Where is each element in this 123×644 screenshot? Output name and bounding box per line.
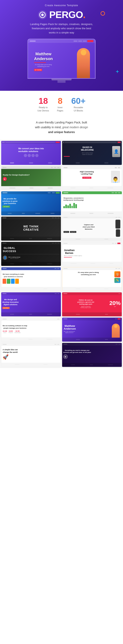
card-nav-15 [2, 318, 61, 320]
play-button[interactable]: ▶ [3, 177, 7, 181]
hero-text: MatthewAnderson [34, 52, 53, 61]
card-footer-14 [62, 312, 122, 316]
card-footer-1 [1, 161, 61, 165]
demo-card-2[interactable]: BASED INMELBOURNE We're making designbet… [62, 141, 122, 165]
card-body-8: Capture andshare your BestMemories App S… [62, 218, 122, 238]
stat-blocks-label: Reusable UI Blocks [71, 106, 86, 112]
card-14-percent: 20% [110, 300, 120, 306]
card-footer-7 [1, 237, 61, 241]
card-nav-12 [62, 267, 122, 270]
card-nav-8 [62, 217, 122, 218]
card-nav-3 [1, 166, 61, 169]
demo-card-13[interactable]: We design anddevelop innovativedigital s… [1, 292, 61, 316]
card-nav-5 [1, 191, 61, 194]
card-body-6: Responsive, convenient &multipurpose lan… [62, 194, 122, 212]
card-10-title: JonathanBarnes [64, 249, 74, 255]
card-footer-4 [62, 186, 122, 190]
header-description: Landing Pages Pack for startups, creativ… [30, 22, 94, 35]
card-body-11: We have everything to makeyour business … [2, 270, 61, 287]
stats-section: 18 Ready to Use Demos 8 Inner Pages 60+ … [0, 91, 123, 118]
card-nav-4 [62, 166, 122, 169]
card-body-7: WE THINKCREATIVE [1, 220, 61, 237]
phone-mockup-2 [116, 229, 120, 237]
stat-demos-label: Ready to Use Demos [38, 106, 49, 112]
card-footer-6 [62, 212, 122, 216]
card-nav-2 [62, 141, 122, 144]
header-tagline: Create Awesome Template [6, 4, 117, 7]
card-nav-13 [1, 292, 61, 295]
demo-card-10[interactable]: JonathanBarnes We're a freelance creativ… [62, 242, 122, 266]
card-11-title: We have everything to makeyour business … [2, 273, 24, 278]
brand-dot: . [83, 10, 85, 20]
card-7-title: WE THINKCREATIVE [23, 225, 39, 231]
logo-icon [38, 10, 47, 20]
card-2-title: BASED INMELBOURNE [64, 146, 111, 151]
phone-mockup [116, 220, 120, 229]
card-footer-5 [1, 212, 61, 216]
card-body-18: Everything you need to manage yourbusine… [62, 346, 122, 363]
card-nav-7 [1, 216, 61, 220]
demo-card-11[interactable]: We have everything to makeyour business … [1, 267, 61, 291]
card-body-16: MatthewAnderson We craft marketing &digi… [62, 320, 122, 338]
plus-decoration: + [116, 68, 119, 75]
card-1-title: We convert your ideas intoworkable solut… [18, 147, 45, 153]
stat-blocks: 60+ Reusable UI Blocks [71, 97, 86, 112]
demo-card-18[interactable]: Everything you need to manage yourbusine… [62, 343, 122, 367]
demo-card-16[interactable]: MatthewAnderson We craft marketing &digi… [62, 318, 122, 342]
card-18-title: Everything you need to manage yourbusine… [63, 350, 91, 354]
stat-pages-label: Inner Pages [57, 106, 63, 112]
card-body-9: GLOBALSUCCESS 👤 We're making design bett… [1, 245, 61, 262]
bar-chart [63, 202, 77, 208]
demo-card-5[interactable]: We provide thesolutions to growyour busi… [1, 191, 61, 216]
logo-area: PERGO. [6, 9, 117, 20]
orange-circle-decoration [100, 11, 105, 16]
card-nav-9 [1, 242, 61, 245]
card-footer-3 [1, 186, 61, 190]
demo-card-12[interactable]: It's easy when you're doingsomething you… [62, 267, 122, 291]
brand-name-text: PERGO [49, 10, 83, 20]
card-footer-16 [62, 338, 122, 342]
demo-card-14[interactable]: PERGO. We work forpublishers, agencies a… [62, 292, 122, 316]
card-footer-2 [62, 161, 122, 165]
card-body-10: JonathanBarnes We're a freelance creativ… [62, 245, 122, 262]
demo-card-7[interactable]: WE THINKCREATIVE [1, 216, 61, 241]
card-13-title: We design anddevelop innovativedigital s… [2, 298, 19, 306]
card-footer-17 [2, 363, 61, 367]
colorful-blocks [2, 279, 19, 284]
demo-card-15[interactable]: We are building software to helppeople m… [1, 318, 61, 342]
description-text: A user-friendly Landing Pages Pack, buil… [8, 120, 115, 134]
stat-blocks-number: 60+ [71, 97, 86, 105]
demo-card-6[interactable]: Responsive, convenient &multipurpose lan… [62, 191, 122, 216]
brand-name: PERGO. [49, 9, 86, 20]
mockup-stand [58, 80, 66, 83]
card-body-5: We provide thesolutions to growyour busi… [1, 194, 61, 212]
video-play-button[interactable]: ▶ [63, 354, 68, 359]
demo-card-1[interactable]: We convert your ideas intoworkable solut… [1, 141, 61, 165]
card-footer-15 [2, 338, 61, 342]
demos-grid: We convert your ideas intoworkable solut… [0, 140, 123, 368]
card-footer-8 [62, 238, 122, 240]
stat-pages: 8 Inner Pages [57, 97, 63, 112]
card-body-1: We convert your ideas intoworkable solut… [1, 144, 61, 161]
card-body-14: PERGO. We work forpublishers, agencies a… [62, 295, 122, 312]
card-nav-11 [2, 267, 61, 270]
card-body-4: High ConvertingLanding Page GET STARTED … [62, 169, 122, 186]
demo-card-9[interactable]: GLOBALSUCCESS 👤 We're making design bett… [1, 242, 61, 266]
card-9-title: GLOBALSUCCESS [3, 246, 16, 253]
card-footer-18 [62, 363, 122, 367]
description-section: A user-friendly Landing Pages Pack, buil… [0, 118, 123, 140]
demo-card-17[interactable]: A simple idea canchange the world 🚀 [1, 343, 61, 367]
card-8-title: Capture andshare your BestMemories [64, 224, 114, 230]
demo-card-8[interactable]: Capture andshare your BestMemories App S… [62, 216, 122, 241]
card-body-15: We are building software to helppeople m… [2, 320, 61, 338]
card-15-title: We are building software to helppeople m… [2, 324, 27, 329]
card-nav-17 [2, 343, 61, 346]
demo-card-4[interactable]: High ConvertingLanding Page GET STARTED … [62, 166, 122, 190]
card-body-3: Ready For Design Exploration? ▶ [1, 169, 61, 186]
card-17-title: A simple idea canchange the world [2, 348, 18, 354]
stats-mini: 18.1MUsers 5,000Projects 32.5KDownloads [2, 330, 21, 333]
demo-card-3[interactable]: Ready For Design Exploration? ▶ [1, 166, 61, 190]
mockup-base [52, 79, 72, 80]
card-nav-1 [1, 141, 61, 144]
hero-mockup: MatthewAnderson It's easy when you're do… [28, 39, 96, 83]
